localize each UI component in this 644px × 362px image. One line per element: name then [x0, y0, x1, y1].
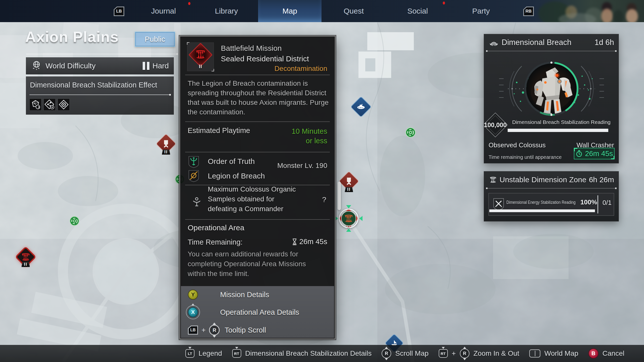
right-stick-icon: R: [209, 325, 220, 335]
left-bumper-icon[interactable]: LB: [114, 7, 124, 16]
map-marker-battlefield-1[interactable]: II: [159, 137, 173, 151]
stabilization-effect-panel[interactable]: Dimensional Breach Stabilization Effect …: [26, 76, 174, 115]
mission-details-action[interactable]: Y Mission Details: [188, 290, 269, 300]
sample-note: Maximum Colossus Organic Samples obtaine…: [208, 184, 298, 214]
legion-of-breach-icon: [188, 170, 199, 182]
banner-icon: [162, 139, 170, 148]
network-diamond-icon[interactable]: [44, 99, 56, 111]
tooltip-actions: Y Mission Details X Operational Area Det…: [181, 286, 334, 338]
zone-reading-label: Dimensional Energy Stabilization Reading: [506, 200, 576, 205]
banner-icon: [345, 177, 353, 186]
tooltip-scroll-action[interactable]: LB + R Tooltip Scroll: [188, 325, 266, 335]
world-difficulty-panel[interactable]: World Difficulty Hard: [26, 57, 174, 74]
cancel-action[interactable]: B Cancel: [588, 348, 624, 358]
breach-title: Dimensional Breach: [502, 38, 571, 47]
notification-dot-1: [188, 2, 190, 5]
action-label: Mission Details: [220, 291, 269, 299]
bottom-control-bar: LT Legend RT Dimensional Breach Stabiliz…: [0, 345, 644, 362]
fangs-icon: [21, 252, 31, 262]
loot-gem-icon[interactable]: 5: [29, 99, 42, 111]
map-marker-vehicle[interactable]: [353, 99, 369, 114]
zoom-action[interactable]: RT + R Zoom In & Out: [439, 349, 519, 358]
action-label: Tooltip Scroll: [225, 326, 266, 334]
colossus-radar: [484, 52, 619, 128]
zone-reading-percent: 100%: [580, 198, 597, 206]
marker-tier-label: II: [347, 224, 350, 229]
antlers-icon: [489, 38, 499, 47]
operational-area-info: You can earn additional rewards for comp…: [188, 249, 330, 279]
breach-details-action[interactable]: RT Dimensional Breach Stabilization Deta…: [232, 349, 372, 358]
right-stick-icon: R: [382, 349, 391, 358]
mission-name: Sealed Residential District: [221, 55, 309, 63]
party-scene-art: [533, 0, 644, 22]
visibility-button[interactable]: Public: [135, 32, 175, 47]
zone-reading-bar: [489, 209, 595, 212]
scroll-map-action[interactable]: R Scroll Map: [382, 349, 428, 358]
fangs-icon: [341, 211, 356, 226]
lt-button-icon: LT: [185, 349, 194, 358]
touchpad-icon: [529, 349, 540, 357]
zone-title: Unstable Dimension Zone: [500, 175, 586, 184]
mission-tag: Decontamination: [274, 65, 327, 73]
lb-button-icon: LB: [188, 326, 198, 335]
map-marker-target-1[interactable]: [405, 127, 416, 138]
observed-colossus-label: Observed Colossus: [489, 141, 546, 149]
rt-button-icon: RT: [232, 349, 241, 358]
tab-quest[interactable]: Quest: [334, 0, 374, 22]
sample-value: ?: [322, 195, 326, 204]
mission-description: The Legion of Breach contamination is sp…: [188, 79, 330, 117]
right-bumper-icon[interactable]: RB: [523, 7, 534, 16]
stabilization-effect-title: Dimensional Breach Stabilization Effect: [30, 81, 157, 89]
gear-frame-icon[interactable]: [58, 99, 70, 111]
tab-library[interactable]: Library: [206, 0, 247, 22]
difficulty-tier-icon: [143, 62, 149, 70]
notification-dot-2: [443, 2, 445, 5]
map-marker-selected-mission[interactable]: II: [339, 209, 358, 228]
mission-tooltip: II Battlefield Mission Sealed Residentia…: [179, 36, 336, 339]
playtime-label: Estimated Playtime: [188, 126, 250, 135]
time-remaining-label: Time Remaining:: [188, 238, 243, 246]
sampler-icon: [191, 196, 202, 207]
world-difficulty-value: Hard: [152, 62, 169, 70]
tab-social[interactable]: Social: [397, 0, 438, 22]
tab-party[interactable]: Party: [461, 0, 501, 22]
map-marker-void-intercept[interactable]: II: [18, 249, 33, 264]
faction-name: Legion of Breach: [208, 172, 265, 180]
time-remaining-value: 26m 45s: [292, 238, 327, 246]
tab-journal[interactable]: Journal: [143, 0, 184, 22]
mission-category: Battlefield Mission: [221, 44, 282, 53]
stopwatch-icon: [575, 150, 583, 157]
map-marker-target-2[interactable]: [69, 216, 80, 226]
x-button-icon: X: [188, 307, 198, 317]
fangs-icon: [195, 49, 206, 60]
right-stick-icon: R: [460, 349, 469, 358]
order-of-truth-icon: [188, 156, 199, 168]
world-map-action[interactable]: World Map: [529, 349, 578, 357]
marker-tier-label: II: [345, 187, 353, 192]
tab-map[interactable]: Map: [258, 0, 321, 22]
monster-level: Monster Lv. 190: [277, 162, 327, 170]
map-marker-battlefield-2[interactable]: II: [342, 174, 356, 189]
playtime-value: 10 Minutes or less: [292, 126, 327, 146]
unstable-dimension-zone-panel: Unstable Dimension Zone 6h 26m Dimension…: [484, 171, 619, 221]
zone-reading-box: Dimensional Energy Stabilization Reading…: [489, 193, 614, 216]
mission-icon: II: [187, 42, 214, 71]
b-button-icon: B: [588, 348, 598, 358]
y-button-icon: Y: [188, 290, 198, 300]
appearance-label: Time remaining until appearance: [489, 154, 562, 160]
fangs-icon: [489, 176, 497, 184]
top-navigation-bar: LB Journal Library Map Quest Social Part…: [0, 0, 644, 22]
stabilization-reading-bar: [508, 129, 608, 132]
legend-action[interactable]: LT Legend: [185, 349, 222, 358]
operational-area-title: Operational Area: [188, 223, 244, 232]
breach-time: 1d 6h: [594, 38, 614, 47]
rt-button-icon: RT: [439, 349, 448, 358]
page-title: Axion Plains: [25, 28, 119, 46]
faction-name: Order of Truth: [208, 157, 255, 166]
map-scroll-indicator[interactable]: [338, 182, 341, 210]
zone-count: 0/1: [602, 199, 612, 207]
operational-area-details-action[interactable]: X Operational Area Details: [186, 305, 299, 319]
stabilization-reading-badge: 100,000: [487, 116, 504, 134]
submarine-icon: [356, 104, 366, 110]
appearance-timer: 26m 45s: [574, 148, 615, 159]
